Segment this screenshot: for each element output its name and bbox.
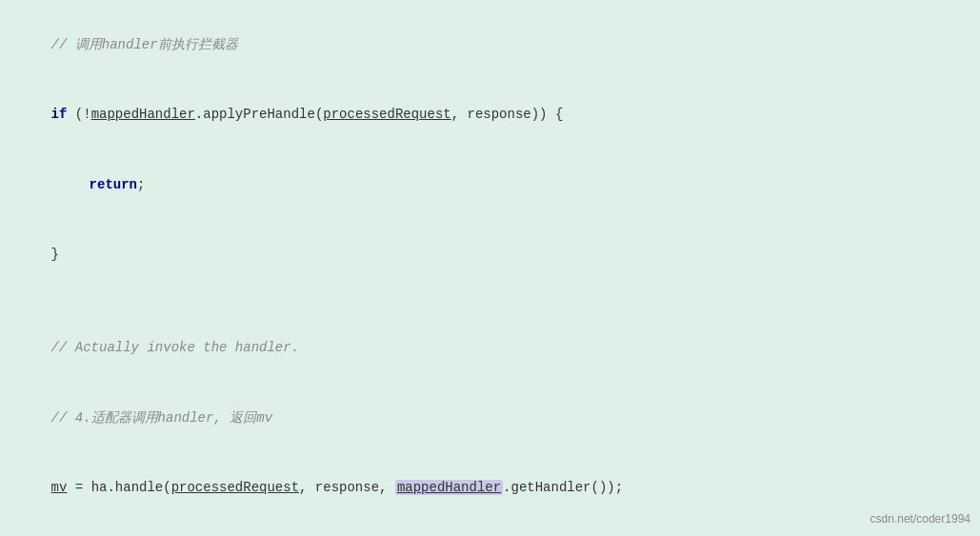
keyword: return — [90, 177, 137, 192]
code-text: ; — [137, 177, 145, 192]
watermark: csdn.net/coder1994 — [870, 509, 970, 528]
blank-line — [19, 523, 961, 536]
code-container: // 调用handler前执行拦截器 if (!mappedHandler.ap… — [0, 0, 980, 536]
underline-text: processedRequest — [171, 480, 299, 495]
code-text: (! — [67, 107, 90, 122]
code-text: , response)) { — [451, 107, 564, 122]
code-line: mv = ha.handle(processedRequest, respons… — [19, 453, 961, 524]
code-line: return; — [19, 149, 961, 220]
code-line: if (!mappedHandler.applyPreHandle(proces… — [19, 80, 961, 150]
code-text: } — [51, 247, 59, 262]
code-text: , response, — [299, 480, 395, 495]
comment-text: // 调用handler前执行拦截器 — [51, 37, 238, 52]
code-line: // 4.适配器调用handler, 返回mv — [19, 383, 961, 453]
highlight-text: mappedHandler — [395, 480, 503, 495]
underline-text: mappedHandler — [91, 107, 195, 122]
comment-text: // Actually invoke the handler. — [51, 340, 299, 355]
code-text: .getHandler()); — [503, 480, 623, 495]
underline-text: mv — [51, 480, 68, 495]
comment-text: // 4.适配器调用handler, 返回mv — [51, 410, 272, 426]
code-line: // Actually invoke the handler. — [19, 313, 961, 384]
code-text: .applyPreHandle( — [195, 107, 323, 122]
keyword: if — [51, 107, 68, 122]
code-line: // 调用handler前执行拦截器 — [19, 10, 961, 80]
code-line: } — [19, 220, 961, 290]
code-text: = ha.handle( — [67, 480, 170, 495]
underline-text: processedRequest — [323, 107, 450, 122]
blank-line — [19, 289, 961, 313]
